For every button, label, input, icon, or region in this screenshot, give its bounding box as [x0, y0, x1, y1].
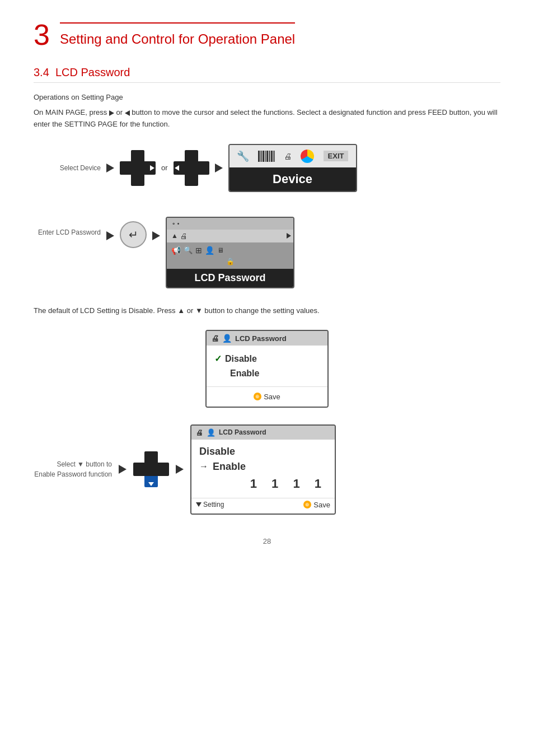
dpad-arm-left2: [174, 161, 186, 175]
page-number: 28: [34, 537, 500, 545]
arrow-right-icon6: [176, 465, 184, 474]
body-text: On MAIN PAGE, press or button to move th…: [34, 107, 500, 130]
printer-icon2: 🖨: [180, 232, 188, 240]
lcd-password-panel: ⚬ • ▲ 🖨 📢 🔍 ⊞ 👤 🖥 🔒 LCD Password: [166, 217, 294, 288]
enable-panel-body: Disable → Enable 1 1 1 1: [191, 440, 335, 498]
dpad-arm-right: [143, 161, 156, 175]
section-number: 3.4: [34, 66, 49, 78]
dot-indicator: ⚬ •: [171, 221, 179, 227]
save-label2: Save: [313, 501, 330, 509]
arrow-right-icon4: [152, 231, 160, 240]
enable-panel: 🖨 👤 LCD Password Disable → Enable 1 1 1 …: [190, 424, 336, 515]
dpad-arrow-right-icon: [150, 165, 154, 171]
dpad-arm-up3: [144, 451, 158, 464]
sub-label: Operations on Setting Page: [34, 93, 500, 101]
save-icon: ⊕: [254, 393, 261, 400]
dpad-arm-down2: [185, 174, 198, 186]
disable-option2: Disable: [199, 444, 327, 459]
grid-icon: ⊞: [195, 246, 202, 255]
section-heading: 3.4 LCD Password: [34, 66, 500, 83]
device-label: Device: [229, 167, 356, 191]
enable-option: Enable: [214, 366, 320, 381]
exit-label: EXIT: [324, 151, 349, 161]
disable-label: Disable: [225, 354, 257, 364]
enable-label2: Enable: [213, 461, 246, 473]
dpad-arm-left: [120, 161, 132, 175]
enable-title: LCD Password: [219, 428, 266, 436]
dpad-arm-left3: [133, 463, 146, 476]
settings-title: LCD Password: [235, 334, 287, 343]
enable-printer-icon: 🖨: [196, 428, 203, 437]
dpad-right1: [120, 150, 156, 186]
chapter-title: Setting and Control for Operation Panel: [60, 22, 295, 47]
settings-lock-icon: 🖨: [211, 334, 219, 343]
settings-person-icon: 👤: [222, 334, 232, 343]
dpad-arm-right2: [197, 161, 209, 175]
settings-box-header: 🖨 👤 LCD Password: [207, 331, 327, 346]
or-text: or: [161, 164, 168, 172]
setting-down-icon: [196, 502, 202, 507]
enter-button: ↵: [120, 221, 147, 248]
save-label: Save: [264, 393, 280, 401]
dpad-arm-down3: [144, 475, 158, 487]
monitor-icon: 🖥: [217, 246, 224, 254]
setting-button[interactable]: Setting: [196, 501, 224, 508]
passcode-display: 1 1 1 1: [199, 474, 327, 493]
dpad-center: [131, 161, 144, 175]
default-text: The default of LCD Setting is Disable. P…: [34, 305, 500, 317]
check-mark-icon: ✓: [214, 353, 222, 364]
settings-box: 🖨 👤 LCD Password ✓ Disable Enable ⊕ Save: [205, 330, 329, 408]
bottom-diagram-label: Select ▼ button to Enable Password funct…: [34, 459, 112, 479]
settings-section: 🖨 👤 LCD Password ✓ Disable Enable ⊕ Save: [34, 330, 500, 408]
dpad-center3: [144, 463, 158, 476]
wrench-icon: 🔧: [237, 150, 249, 162]
enable-panel-footer: Setting ⊕ Save: [191, 498, 335, 514]
enable-option2: → Enable: [199, 459, 327, 474]
enable-person-icon: 👤: [207, 428, 216, 437]
barcode-icon: [258, 151, 275, 162]
disable-option: ✓ Disable: [214, 351, 320, 366]
section-title: LCD Password: [55, 66, 130, 78]
dpad-down-btn: [133, 451, 169, 487]
color-wheel-icon: [301, 150, 314, 163]
arrow-right-icon3: [106, 231, 114, 240]
device-panel: 🔧 🖨 EXIT Device: [228, 144, 357, 192]
bottom-diagram: Select ▼ button to Enable Password funct…: [34, 424, 500, 515]
printer-icon: 🖨: [284, 152, 292, 161]
device-panel-top: 🔧 🖨 EXIT: [229, 145, 356, 167]
person-icon: 👤: [205, 246, 214, 255]
settings-box-body: ✓ Disable Enable: [207, 346, 327, 386]
page-header: 3 Setting and Control for Operation Pane…: [34, 22, 500, 49]
save-icon2: ⊕: [303, 501, 311, 508]
panel-arrow-right-icon: [287, 233, 291, 239]
dpad-arm-down: [131, 174, 144, 186]
enable-panel-header: 🖨 👤 LCD Password: [191, 426, 335, 440]
dpad-arrow-left-icon: [175, 165, 179, 171]
lcd-bottom-label: LCD Password: [167, 269, 293, 287]
bottom-label-line1: Select ▼ button to: [34, 459, 112, 469]
settings-box-footer: ⊕ Save: [207, 386, 327, 407]
disable-label2: Disable: [199, 446, 235, 458]
horn-icon: 📢: [171, 246, 181, 255]
dpad-left1: [174, 150, 209, 186]
arrow-indicator-icon: →: [199, 461, 208, 472]
setting-label: Setting: [203, 501, 224, 508]
save-button[interactable]: ⊕ Save: [254, 393, 280, 401]
save-button2[interactable]: ⊕ Save: [303, 501, 330, 509]
select-device-diagram: Select Device or 🔧 🖨: [34, 144, 500, 192]
dpad-center2: [185, 161, 198, 175]
enable-label: Enable: [230, 368, 259, 379]
enter-lcd-diagram: Enter LCD Password ↵ ⚬ • ▲ 🖨 📢 🔍 ⊞ 👤 🖥 🔒…: [34, 209, 500, 288]
arrow-right-icon2: [215, 164, 223, 172]
arrow-right-icon1: [106, 164, 114, 172]
dpad-arm-right3: [157, 463, 169, 476]
search-icon: 🔍: [184, 246, 193, 254]
dpad-arm-up: [131, 150, 144, 162]
up-arrow-icon: ▲: [171, 232, 178, 240]
bottom-label-line2: Enable Password function: [34, 469, 112, 479]
enter-lcd-label: Enter LCD Password: [34, 214, 101, 236]
chapter-number: 3: [34, 20, 50, 49]
select-device-label: Select Device: [34, 164, 101, 172]
lock-icon: 🔒: [171, 258, 289, 265]
arrow-right-icon5: [119, 465, 127, 474]
